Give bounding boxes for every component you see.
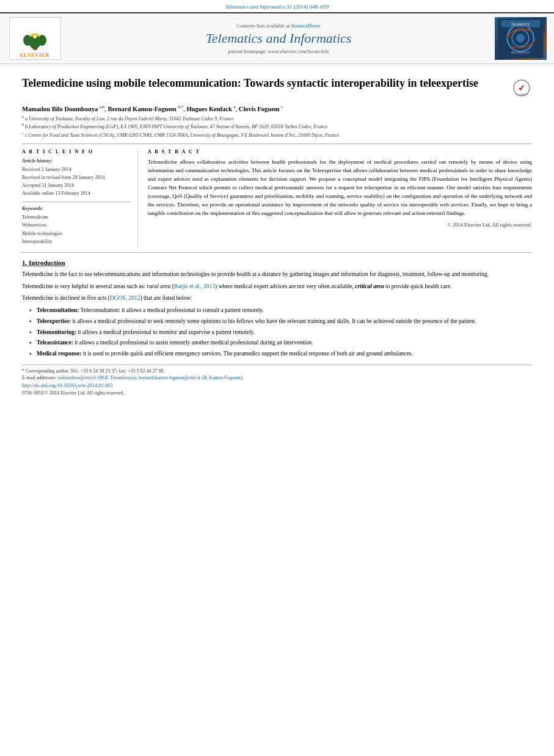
corresponding-author-note: * Corresponding author. Tel.: +33 6 24 3… — [22, 368, 532, 374]
received-date: Received 2 January 2014 — [22, 166, 130, 174]
teleconsultation-text: Teleconsultation: it allows a medical pr… — [81, 307, 264, 313]
author-3-affil: a — [233, 104, 235, 109]
divider-1 — [22, 202, 130, 202]
list-item-medical-response: Medical response: it is used to provide … — [29, 349, 532, 358]
intro-paragraph-3: Telemedicine is declined in five acts (D… — [22, 294, 532, 303]
online-date: Available online 13 February 2014 — [22, 190, 130, 198]
journal-header: ELSEVIER Contents lists available at Sci… — [0, 12, 554, 64]
introduction-section: 1. Introduction Telemedicine is the fact… — [22, 259, 532, 358]
journal-logo-right: TELEMATICS INFORMATICS — [495, 17, 547, 60]
crossmark-badge: ✓ CrossMark — [512, 79, 532, 98]
elsevier-logo-container: ELSEVIER — [7, 17, 62, 60]
email-label: E-mail addresses: — [22, 375, 57, 380]
author-4: Clovis Foguem — [239, 106, 280, 112]
two-column-layout: A R T I C L E I N F O Article history: R… — [22, 144, 532, 246]
list-item-teleexpertise: Teleexpertise: it allows a medical profe… — [29, 317, 532, 326]
journal-homepage: journal homepage: www.elsevier.com/locat… — [68, 48, 489, 54]
affiliations: a a University of Toulouse, Faculty of L… — [22, 114, 532, 139]
author-2-affil: b,* — [178, 104, 183, 109]
author-emails[interactable]: mdoumbou@enit.fr (M.B. Doumbouya), berna… — [58, 375, 244, 380]
svg-text:CrossMark: CrossMark — [516, 93, 527, 96]
keyword-3: Mobile technologies — [22, 230, 130, 238]
affiliation-3: c c Centre for Food and Taste Sciences (… — [22, 131, 532, 139]
copyright-line: © 2014 Elsevier Ltd. All rights reserved… — [148, 222, 532, 228]
footer-section: * Corresponding author. Tel.: +33 6 24 3… — [22, 365, 532, 396]
dgos-citation[interactable]: DGOS, 2012 — [110, 295, 140, 301]
svg-text:✓: ✓ — [518, 83, 525, 93]
keyword-1: Telemedicine — [22, 213, 130, 222]
authors-line: Mamadou Bilo Doumbouya a,b, Bernard Kams… — [22, 104, 532, 112]
section-number: 1. — [22, 259, 27, 266]
article-title: Telemedicine using mobile telecommunicat… — [22, 76, 506, 90]
journal-visual-logo: TELEMATICS INFORMATICS — [495, 17, 547, 60]
article-title-section: Telemedicine using mobile telecommunicat… — [22, 70, 532, 102]
contents-available-line: Contents lists available at ScienceDirec… — [68, 23, 489, 29]
journal-header-center: Contents lists available at ScienceDirec… — [68, 23, 489, 54]
svg-point-10 — [516, 34, 525, 43]
revised-date: Received in revised form 29 January 2014 — [22, 174, 130, 182]
svg-text:TELEMATICS: TELEMATICS — [511, 23, 530, 26]
barjis-citation[interactable]: Barjis et al., 2013 — [174, 283, 215, 289]
svg-rect-4 — [34, 48, 37, 50]
affiliation-1: a a University of Toulouse, Faculty of L… — [22, 114, 532, 123]
journal-reference: Telematics and Informatics 31 (2014) 648… — [0, 0, 554, 12]
elsevier-logo-box: ELSEVIER — [9, 17, 61, 60]
section-divider — [22, 252, 532, 253]
intro-paragraph-1: Telemedicine is the fact to use telecomm… — [22, 270, 532, 279]
keywords-label: Keywords: — [22, 206, 130, 211]
introduction-header: 1. Introduction — [22, 259, 532, 266]
contents-label: Contents lists available at — [237, 23, 290, 29]
article-info-header: A R T I C L E I N F O — [22, 149, 130, 154]
author-1: Mamadou Bilo Doumbouya — [22, 106, 98, 112]
abstract-column: A B S T R A C T Telemedicine allows coll… — [148, 149, 532, 246]
issn-line: 0736-5853/© 2014 Elsevier Ltd. All right… — [22, 390, 124, 396]
main-content: Telemedicine using mobile telecommunicat… — [0, 64, 554, 402]
svg-point-6 — [33, 35, 37, 38]
intro-paragraph-2: Telemedicine is very helpful in several … — [22, 282, 532, 291]
svg-text:INFORMATICS: INFORMATICS — [511, 51, 530, 54]
journal-logo-icon: TELEMATICS INFORMATICS — [498, 19, 544, 58]
journal-ref-text: Telematics and Informatics 31 (2014) 648… — [225, 4, 329, 10]
crossmark-icon: ✓ CrossMark — [512, 79, 531, 97]
page: Telematics and Informatics 31 (2014) 648… — [0, 0, 554, 756]
author-2: Bernard Kamsu-Foguem — [108, 106, 177, 112]
author-3: Hugues Kenfack — [186, 106, 231, 112]
article-history-label: Article history: — [22, 158, 130, 164]
article-info-column: A R T I C L E I N F O Article history: R… — [22, 149, 138, 246]
list-item-teleassistance: Teleassistance: it allows a medical prof… — [29, 338, 532, 347]
email-line: E-mail addresses: mdoumbou@enit.fr (M.B.… — [22, 375, 532, 380]
keyword-4: Interoperability — [22, 238, 130, 246]
abstract-text: Telemedicine allows collaborative activi… — [148, 158, 532, 218]
author-4-affil: c — [281, 104, 283, 109]
doi-link[interactable]: http://dx.doi.org/10.1016/j.tele.2014.01… — [22, 382, 532, 388]
list-item-teleconsultation: Teleconsultation: Teleconsultation: it a… — [29, 306, 532, 315]
affiliation-2: b b Laboratory of Production Engineering… — [22, 122, 532, 131]
section-title: Introduction — [29, 259, 65, 266]
author-1-affil: a,b — [100, 104, 104, 109]
sciencedirect-link[interactable]: ScienceDirect — [291, 23, 321, 29]
telemedicine-acts-list: Teleconsultation: Teleconsultation: it a… — [29, 306, 532, 358]
elsevier-tree-icon — [18, 28, 52, 51]
journal-title: Telematics and Informatics — [68, 31, 489, 46]
list-item-telemonitoring: Telemonitoring: it allows a medical prof… — [29, 328, 532, 337]
keyword-2: Webservices — [22, 221, 130, 230]
elsevier-brand-text: ELSEVIER — [20, 53, 49, 58]
accepted-date: Accepted 31 January 2014 — [22, 182, 130, 190]
abstract-header: A B S T R A C T — [148, 149, 532, 154]
